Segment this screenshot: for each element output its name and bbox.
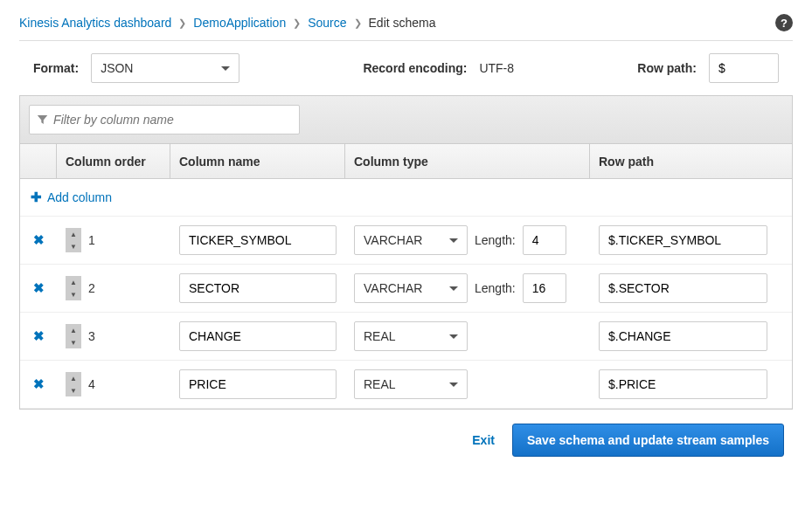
- breadcrumb-link-dashboard[interactable]: Kinesis Analytics dashboard: [19, 16, 171, 30]
- chevron-down-icon: [449, 334, 458, 339]
- column-type-value: VARCHAR: [364, 281, 422, 295]
- exit-button[interactable]: Exit: [472, 433, 495, 447]
- filter-input-wrap[interactable]: [29, 105, 300, 134]
- column-name-input[interactable]: [179, 369, 337, 399]
- close-icon: ✖: [33, 376, 45, 392]
- add-column-button[interactable]: ✚ Add column: [31, 190, 112, 205]
- chevron-down-icon: [449, 382, 458, 387]
- close-icon: ✖: [33, 328, 45, 344]
- header-order: Column order: [57, 144, 170, 178]
- encoding-value: UTF-8: [479, 61, 514, 75]
- length-input[interactable]: [523, 273, 566, 303]
- format-label: Format:: [33, 61, 79, 75]
- column-type-select[interactable]: REAL: [354, 321, 468, 351]
- encoding-label: Record encoding:: [363, 61, 467, 75]
- delete-row-button[interactable]: ✖: [20, 376, 57, 392]
- close-icon: ✖: [33, 280, 45, 296]
- save-button[interactable]: Save schema and update stream samples: [512, 424, 784, 457]
- chevron-up-icon[interactable]: ▲: [66, 324, 81, 336]
- length-input[interactable]: [523, 225, 566, 255]
- format-select[interactable]: JSON: [91, 53, 239, 83]
- delete-row-button[interactable]: ✖: [20, 232, 57, 248]
- filter-bar: [20, 96, 792, 144]
- rowpath-input[interactable]: [709, 53, 779, 83]
- reorder-handle[interactable]: ▲▼: [66, 276, 81, 300]
- chevron-right-icon: ❯: [354, 17, 362, 29]
- config-row: Format: JSON Record encoding: UTF-8 Row …: [19, 53, 793, 95]
- chevron-right-icon: ❯: [178, 17, 186, 29]
- footer: Exit Save schema and update stream sampl…: [19, 410, 793, 464]
- chevron-down-icon[interactable]: ▼: [66, 288, 81, 300]
- table-row: ✖▲▼1VARCHARLength:: [20, 217, 792, 265]
- chevron-right-icon: ❯: [293, 17, 301, 29]
- delete-row-button[interactable]: ✖: [20, 328, 57, 344]
- breadcrumb-link-application[interactable]: DemoApplication: [193, 16, 286, 30]
- length-label: Length:: [475, 233, 516, 247]
- column-name-input[interactable]: [179, 225, 337, 255]
- header-path: Row path: [590, 144, 792, 178]
- delete-row-button[interactable]: ✖: [20, 280, 57, 296]
- close-icon: ✖: [33, 232, 45, 248]
- add-column-label: Add column: [47, 190, 112, 204]
- table-row: ✖▲▼2VARCHARLength:: [20, 265, 792, 313]
- chevron-down-icon[interactable]: ▼: [66, 240, 81, 252]
- chevron-up-icon[interactable]: ▲: [66, 276, 81, 288]
- order-value: 2: [88, 281, 95, 295]
- column-type-select[interactable]: REAL: [354, 369, 468, 399]
- header-type: Column type: [345, 144, 590, 178]
- reorder-handle[interactable]: ▲▼: [66, 324, 81, 348]
- row-path-input[interactable]: [599, 273, 767, 303]
- table-row: ✖▲▼3REAL: [20, 313, 792, 361]
- filter-input[interactable]: [53, 113, 292, 127]
- row-path-input[interactable]: [599, 225, 767, 255]
- column-name-input[interactable]: [179, 273, 337, 303]
- order-value: 1: [88, 233, 95, 247]
- help-icon[interactable]: ?: [775, 14, 793, 31]
- schema-table: Column order Column name Column type Row…: [19, 95, 793, 410]
- chevron-up-icon[interactable]: ▲: [66, 228, 81, 240]
- format-value: JSON: [101, 61, 133, 75]
- chevron-up-icon[interactable]: ▲: [66, 372, 81, 384]
- column-type-value: VARCHAR: [364, 233, 422, 247]
- rowpath-label: Row path:: [637, 61, 697, 75]
- column-name-input[interactable]: [179, 321, 337, 351]
- order-value: 4: [88, 377, 95, 391]
- chevron-down-icon[interactable]: ▼: [66, 336, 81, 348]
- column-type-select[interactable]: VARCHAR: [354, 225, 468, 255]
- row-path-input[interactable]: [599, 321, 767, 351]
- chevron-down-icon: [221, 66, 230, 71]
- order-value: 3: [88, 329, 95, 343]
- chevron-down-icon[interactable]: ▼: [66, 384, 81, 396]
- add-column-row: ✚ Add column: [20, 179, 792, 217]
- length-label: Length:: [475, 281, 516, 295]
- column-type-value: REAL: [364, 329, 396, 343]
- plus-icon: ✚: [31, 190, 42, 205]
- column-type-select[interactable]: VARCHAR: [354, 273, 468, 303]
- breadcrumb: Kinesis Analytics dashboard ❯ DemoApplic…: [19, 14, 793, 41]
- filter-icon: [37, 114, 48, 126]
- table-header: Column order Column name Column type Row…: [20, 144, 792, 179]
- table-row: ✖▲▼4REAL: [20, 361, 792, 409]
- row-path-input[interactable]: [599, 369, 767, 399]
- reorder-handle[interactable]: ▲▼: [66, 228, 81, 252]
- breadcrumb-current: Edit schema: [369, 16, 436, 30]
- chevron-down-icon: [449, 286, 458, 291]
- breadcrumb-link-source[interactable]: Source: [308, 16, 346, 30]
- header-name: Column name: [170, 144, 345, 178]
- reorder-handle[interactable]: ▲▼: [66, 372, 81, 396]
- column-type-value: REAL: [364, 377, 396, 391]
- chevron-down-icon: [449, 238, 458, 243]
